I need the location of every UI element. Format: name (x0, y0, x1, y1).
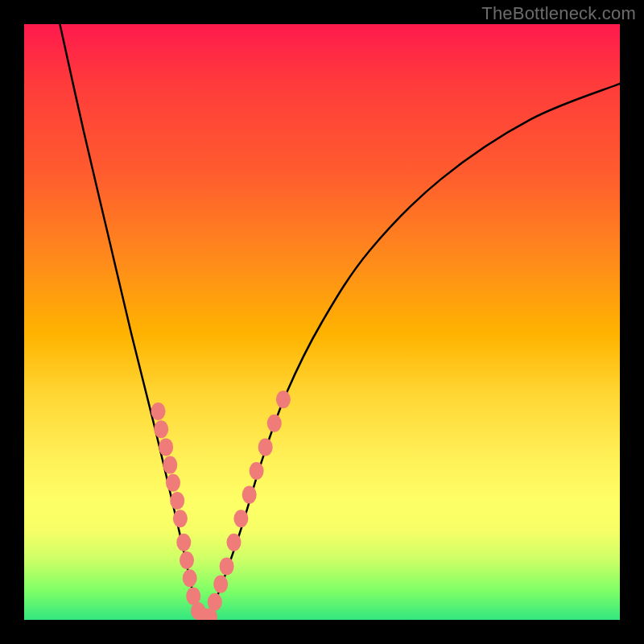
watermark-text: TheBottleneck.com (481, 3, 636, 24)
data-point (233, 510, 248, 527)
data-point (163, 456, 177, 474)
data-point (258, 438, 273, 456)
chart-frame: TheBottleneck.com (0, 0, 644, 644)
data-point (173, 510, 188, 527)
plot-area (24, 24, 620, 620)
data-point (154, 420, 168, 438)
data-point (267, 415, 282, 432)
data-point (208, 593, 222, 611)
data-point (176, 534, 191, 551)
bottleneck-curve (60, 24, 620, 620)
data-point (220, 557, 234, 575)
chart-svg (24, 24, 620, 620)
scatter-points (151, 390, 291, 620)
data-point (166, 474, 180, 492)
data-point (213, 576, 228, 593)
data-point (250, 462, 264, 480)
data-point (227, 534, 242, 551)
data-point (151, 402, 166, 420)
data-point (183, 569, 197, 587)
data-point (170, 492, 184, 510)
data-point (242, 486, 257, 504)
data-point (276, 390, 291, 408)
data-point (159, 438, 173, 456)
data-point (180, 551, 194, 569)
